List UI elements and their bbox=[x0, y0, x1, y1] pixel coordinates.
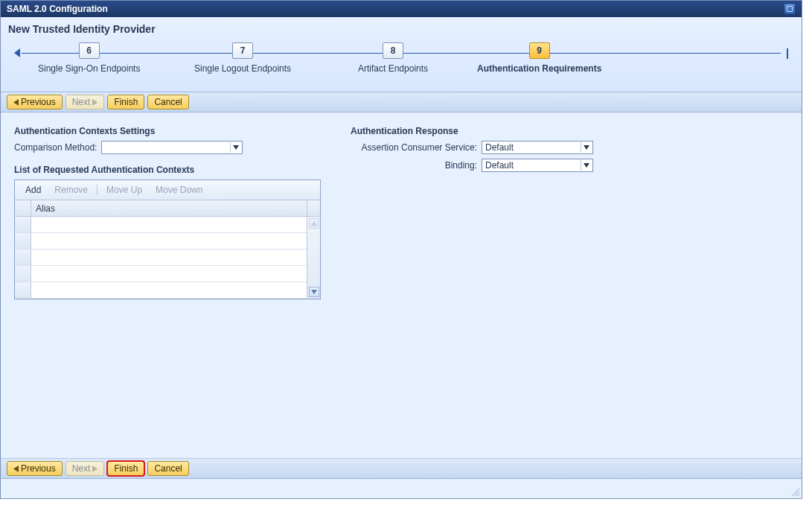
scroll-up-icon bbox=[309, 218, 319, 229]
roadmap-step-number: 9 bbox=[529, 42, 550, 59]
cell-alias bbox=[31, 250, 307, 265]
chevron-down-icon bbox=[581, 160, 591, 171]
svg-marker-0 bbox=[13, 99, 19, 106]
acs-row: Assertion Consumer Service: Default bbox=[351, 141, 593, 154]
select-value: Default bbox=[485, 160, 581, 171]
main-content: Authentication Contexts Settings Compari… bbox=[1, 112, 802, 458]
cancel-button[interactable]: Cancel bbox=[147, 461, 188, 476]
add-button[interactable]: Add bbox=[21, 183, 45, 197]
requested-contexts-table: Add Remove Move Up Move Down Alias bbox=[14, 180, 321, 299]
button-bar-bottom: Previous Next Finish Cancel bbox=[1, 459, 802, 479]
page-title: New Trusted Identity Provider bbox=[8, 23, 794, 35]
roadmap-step-label: Single Logout Endpoints bbox=[194, 63, 291, 74]
button-label: Cancel bbox=[154, 97, 182, 107]
comparison-method-select[interactable] bbox=[101, 141, 243, 154]
chevron-down-icon bbox=[230, 142, 240, 153]
button-label: Finish bbox=[114, 97, 138, 107]
toolbar-separator bbox=[97, 185, 97, 195]
comparison-method-row: Comparison Method: bbox=[14, 141, 321, 154]
comparison-method-label: Comparison Method: bbox=[14, 142, 97, 153]
cell-alias bbox=[31, 266, 307, 282]
button-label: Next bbox=[72, 97, 91, 107]
table-row[interactable] bbox=[15, 233, 307, 250]
button-label: Finish bbox=[114, 463, 138, 474]
roadmap-step-7[interactable]: 7 Single Logout Endpoints bbox=[194, 42, 291, 74]
roadmap-step-9[interactable]: 9 Authentication Requirements bbox=[477, 42, 601, 74]
cell-alias bbox=[31, 282, 307, 298]
scroll-down-icon[interactable] bbox=[309, 287, 319, 297]
button-bar-top: Previous Next Finish Cancel bbox=[1, 92, 802, 112]
button-label: Previous bbox=[21, 97, 56, 107]
move-up-button: Move Up bbox=[102, 183, 147, 197]
window-maximize-icon[interactable] bbox=[784, 3, 796, 15]
previous-button[interactable]: Previous bbox=[7, 461, 63, 476]
roadmap-step-label: Authentication Requirements bbox=[477, 63, 601, 74]
previous-button[interactable]: Previous bbox=[7, 95, 63, 109]
footer-strip bbox=[1, 479, 802, 498]
cell-alias bbox=[31, 233, 307, 249]
acs-label: Assertion Consumer Service: bbox=[351, 142, 477, 153]
row-header bbox=[15, 217, 31, 232]
row-header bbox=[15, 233, 31, 249]
svg-marker-1 bbox=[92, 99, 97, 106]
chevron-down-icon bbox=[581, 142, 591, 153]
column-header-alias[interactable]: Alias bbox=[31, 200, 307, 216]
table-row[interactable] bbox=[15, 217, 307, 233]
roadmap-step-8[interactable]: 8 Artifact Endpoints bbox=[358, 42, 428, 74]
binding-row: Binding: Default bbox=[351, 159, 593, 172]
next-button: Next bbox=[65, 461, 105, 476]
select-value: Default bbox=[485, 142, 581, 153]
cancel-button[interactable]: Cancel bbox=[147, 95, 188, 109]
auth-contexts-panel: Authentication Contexts Settings Compari… bbox=[14, 126, 321, 299]
svg-line-11 bbox=[798, 495, 799, 496]
svg-marker-6 bbox=[584, 163, 589, 168]
window-title: SAML 2.0 Configuration bbox=[7, 4, 108, 14]
acs-select[interactable]: Default bbox=[482, 141, 593, 154]
table-body bbox=[15, 217, 320, 299]
table-row[interactable] bbox=[15, 282, 307, 299]
auth-response-title: Authentication Response bbox=[351, 126, 593, 136]
move-down-button: Move Down bbox=[151, 183, 207, 197]
svg-marker-4 bbox=[311, 290, 317, 294]
table-rows bbox=[15, 217, 307, 299]
row-header bbox=[15, 282, 31, 298]
binding-select[interactable]: Default bbox=[482, 159, 593, 172]
titlebar: SAML 2.0 Configuration bbox=[1, 1, 802, 17]
svg-marker-5 bbox=[584, 145, 589, 150]
scroll-header-spacer bbox=[307, 200, 320, 216]
finish-button[interactable]: Finish bbox=[107, 95, 144, 109]
roadmap-back-arrow-icon[interactable] bbox=[14, 48, 20, 57]
table-row[interactable] bbox=[15, 250, 307, 266]
wizard-roadmap: 6 Single Sign-On Endpoints 7 Single Logo… bbox=[8, 42, 794, 81]
saml-config-window: SAML 2.0 Configuration New Trusted Ident… bbox=[0, 0, 802, 499]
svg-marker-2 bbox=[233, 145, 239, 150]
roadmap-step-6[interactable]: 6 Single Sign-On Endpoints bbox=[38, 42, 140, 74]
table-header: Alias bbox=[15, 200, 320, 217]
svg-marker-7 bbox=[13, 466, 19, 472]
row-header-spacer bbox=[15, 200, 31, 216]
roadmap-end-icon bbox=[787, 48, 788, 59]
table-toolbar: Add Remove Move Up Move Down bbox=[15, 180, 320, 200]
row-header bbox=[15, 266, 31, 282]
bottom-area: Previous Next Finish Cancel bbox=[1, 458, 802, 498]
row-header bbox=[15, 250, 31, 265]
triangle-left-icon bbox=[13, 99, 19, 106]
triangle-left-icon bbox=[13, 466, 19, 472]
vertical-scrollbar[interactable] bbox=[307, 217, 320, 299]
requested-contexts-title: List of Requested Authentication Context… bbox=[14, 165, 321, 175]
resize-grip-icon[interactable] bbox=[790, 486, 800, 497]
roadmap-step-number: 8 bbox=[383, 42, 403, 59]
roadmap-step-number: 7 bbox=[232, 42, 253, 59]
cell-alias bbox=[31, 217, 307, 232]
roadmap-step-label: Artifact Endpoints bbox=[358, 63, 428, 74]
finish-button[interactable]: Finish bbox=[107, 461, 144, 476]
auth-response-panel: Authentication Response Assertion Consum… bbox=[351, 126, 593, 172]
remove-button: Remove bbox=[50, 183, 92, 197]
roadmap-step-label: Single Sign-On Endpoints bbox=[38, 63, 140, 74]
svg-marker-8 bbox=[92, 466, 97, 472]
roadmap-step-number: 6 bbox=[79, 42, 100, 59]
button-label: Cancel bbox=[154, 463, 182, 474]
triangle-right-icon bbox=[92, 99, 97, 106]
table-row[interactable] bbox=[15, 266, 307, 282]
binding-label: Binding: bbox=[351, 160, 477, 171]
